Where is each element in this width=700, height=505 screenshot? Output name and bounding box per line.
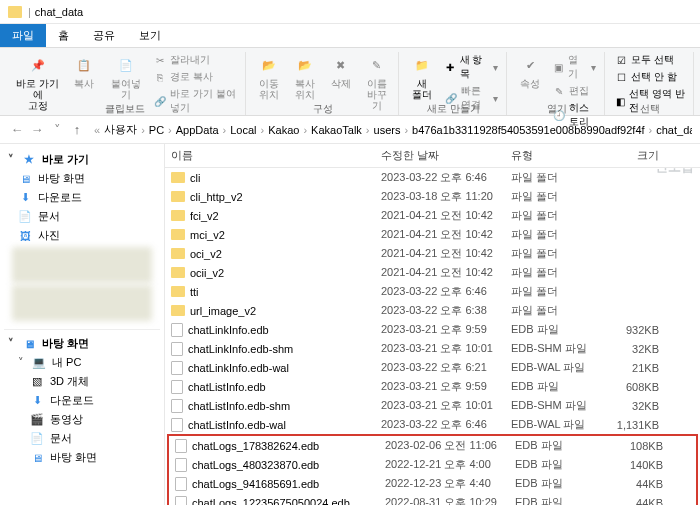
videos-icon: 🎬: [30, 414, 44, 426]
edit-button[interactable]: ✎편집: [551, 83, 598, 99]
sidebar-item-downloads[interactable]: ⬇다운로드: [4, 188, 160, 207]
table-row[interactable]: oci_v22021-04-21 오전 10:42파일 폴더: [165, 244, 700, 263]
table-row[interactable]: cli2023-03-22 오후 6:46파일 폴더: [165, 168, 700, 187]
table-row[interactable]: chatLogs_12235675050024.edb2022-08-31 오후…: [169, 493, 696, 505]
file-name: chatLinkInfo.edb-shm: [188, 343, 293, 355]
file-name: chatListInfo.edb-wal: [188, 419, 286, 431]
cell-size: 108KB: [599, 439, 669, 453]
table-row[interactable]: chatListInfo.edb-shm2023-03-21 오후 10:01E…: [165, 396, 700, 415]
cell-type: EDB 파일: [509, 475, 599, 492]
table-row[interactable]: tti2023-03-22 오후 6:46파일 폴더: [165, 282, 700, 301]
ribbon-tabs: 파일 홈 공유 보기: [0, 24, 700, 48]
col-size[interactable]: 크기: [595, 144, 665, 167]
cell-date: 2021-04-21 오전 10:42: [375, 245, 505, 262]
sidebar-item-desktop-head[interactable]: ˅🖥바탕 화면: [4, 334, 160, 353]
crumb[interactable]: 사용자: [102, 122, 139, 137]
chevron-down-icon[interactable]: ˅: [48, 121, 66, 139]
table-row[interactable]: ocii_v22021-04-21 오전 10:42파일 폴더: [165, 263, 700, 282]
col-type[interactable]: 유형: [505, 144, 595, 167]
sidebar-item-documents2[interactable]: 📄문서: [4, 429, 160, 448]
selectall-button[interactable]: ☑모두 선택: [613, 52, 687, 68]
crumb[interactable]: AppData: [174, 124, 221, 136]
col-name[interactable]: 이름: [165, 144, 375, 167]
crumb[interactable]: Kakao: [266, 124, 301, 136]
table-row[interactable]: chatLinkInfo.edb-shm2023-03-21 오후 10:01E…: [165, 339, 700, 358]
cell-size: [595, 291, 665, 293]
sidebar-item-desktop2[interactable]: 🖥바탕 화면: [4, 448, 160, 467]
newitem-button[interactable]: ✚새 항목 ▾: [443, 52, 500, 82]
crumb[interactable]: KakaoTalk: [309, 124, 364, 136]
cell-type: EDB 파일: [509, 437, 599, 454]
properties-button[interactable]: ✔속성: [515, 52, 545, 91]
paste-shortcut-button[interactable]: 🔗바로 가기 붙여넣기: [152, 86, 239, 116]
cut-button[interactable]: ✂잘라내기: [152, 52, 239, 68]
cell-type: EDB 파일: [509, 494, 599, 505]
crumb[interactable]: users: [372, 124, 403, 136]
folder-icon: [171, 267, 185, 278]
breadcrumb[interactable]: « 사용자› PC› AppData› Local› Kakao› KakaoT…: [92, 122, 692, 137]
table-row[interactable]: chatLogs_178382624.edb2023-02-06 오전 11:0…: [169, 436, 696, 455]
table-row[interactable]: url_image_v22023-03-22 오후 6:38파일 폴더: [165, 301, 700, 320]
table-row[interactable]: chatLogs_480323870.edb2022-12-21 오후 4:00…: [169, 455, 696, 474]
folder-icon: [171, 172, 185, 183]
cell-type: EDB 파일: [509, 456, 599, 473]
copy-button[interactable]: 📋 복사: [69, 52, 99, 91]
table-row[interactable]: chatLinkInfo.edb2023-03-21 오후 9:59EDB 파일…: [165, 320, 700, 339]
col-date[interactable]: 수정한 날짜: [375, 144, 505, 167]
file-icon: [175, 458, 187, 472]
open-button[interactable]: ▣열기 ▾: [551, 52, 598, 82]
properties-icon: ✔: [519, 54, 541, 76]
file-name: mci_v2: [190, 229, 225, 241]
forward-button[interactable]: →: [28, 121, 46, 139]
selectnone-button[interactable]: ☐선택 안 함: [613, 69, 687, 85]
table-row[interactable]: cli_http_v22023-03-18 오후 11:20파일 폴더: [165, 187, 700, 206]
cell-date: 2021-04-21 오전 10:42: [375, 226, 505, 243]
rename-button[interactable]: ✎이름 바꾸기: [362, 52, 392, 113]
sidebar-item-desktop[interactable]: 🖥바탕 화면: [4, 169, 160, 188]
cell-type: EDB-SHM 파일: [505, 340, 595, 357]
downloads-icon: ⬇: [30, 395, 44, 407]
up-button[interactable]: ↑: [68, 121, 86, 139]
table-row[interactable]: chatListInfo.edb-wal2023-03-22 오후 6:46ED…: [165, 415, 700, 434]
desktop-icon: 🖥: [18, 173, 32, 185]
moveto-button[interactable]: 📂이동 위치: [254, 52, 284, 102]
sidebar-item-pictures[interactable]: 🖼사진: [4, 226, 160, 245]
crumb[interactable]: b476a1b3311928f54053591e008b8990adf92f4f: [410, 124, 646, 136]
crumb[interactable]: chat_data: [654, 124, 692, 136]
table-row[interactable]: chatListInfo.edb2023-03-21 오후 9:59EDB 파일…: [165, 377, 700, 396]
crumb[interactable]: PC: [147, 124, 166, 136]
paste-button[interactable]: 📄 붙여넣기: [105, 52, 146, 102]
back-button[interactable]: ←: [8, 121, 26, 139]
sidebar-item-documents[interactable]: 📄문서: [4, 207, 160, 226]
divider: [4, 329, 160, 330]
table-row[interactable]: fci_v22021-04-21 오전 10:42파일 폴더: [165, 206, 700, 225]
shortcut-icon: 🔗: [154, 95, 166, 107]
sidebar-item-downloads2[interactable]: ⬇다운로드: [4, 391, 160, 410]
newfolder-button[interactable]: 📁새 폴더: [407, 52, 437, 102]
3d-icon: ▧: [30, 376, 44, 388]
table-row[interactable]: mci_v22021-04-21 오전 10:42파일 폴더: [165, 225, 700, 244]
copypath-button[interactable]: ⎘경로 복사: [152, 69, 239, 85]
cell-type: 파일 폴더: [505, 283, 595, 300]
pc-icon: 💻: [32, 357, 46, 369]
tab-view[interactable]: 보기: [127, 24, 173, 47]
sidebar-item-quickaccess[interactable]: ˅★바로 가기: [4, 150, 160, 169]
cell-date: 2023-03-22 오후 6:46: [375, 169, 505, 186]
ribbon-label-organize: 구성: [313, 100, 333, 116]
window-title: chat_data: [35, 6, 83, 18]
table-row[interactable]: chatLinkInfo.edb-wal2023-03-22 오후 6:21ED…: [165, 358, 700, 377]
tab-share[interactable]: 공유: [81, 24, 127, 47]
tab-home[interactable]: 홈: [46, 24, 81, 47]
copyto-button[interactable]: 📂복사 위치: [290, 52, 320, 102]
folder-icon: [171, 229, 185, 240]
sidebar-item-3d[interactable]: ▧3D 개체: [4, 372, 160, 391]
sidebar-item-videos[interactable]: 🎬동영상: [4, 410, 160, 429]
delete-button[interactable]: ✖삭제: [326, 52, 356, 91]
table-row[interactable]: chatLogs_941685691.edb2022-12-23 오후 4:40…: [169, 474, 696, 493]
pin-button[interactable]: 📌 바로 가기에 고정: [12, 52, 63, 113]
file-name: chatLogs_941685691.edb: [192, 478, 319, 490]
crumb[interactable]: Local: [228, 124, 258, 136]
sidebar-item-pc[interactable]: ˅💻내 PC: [4, 353, 160, 372]
cell-date: 2022-12-23 오후 4:40: [379, 475, 509, 492]
tab-file[interactable]: 파일: [0, 24, 46, 47]
